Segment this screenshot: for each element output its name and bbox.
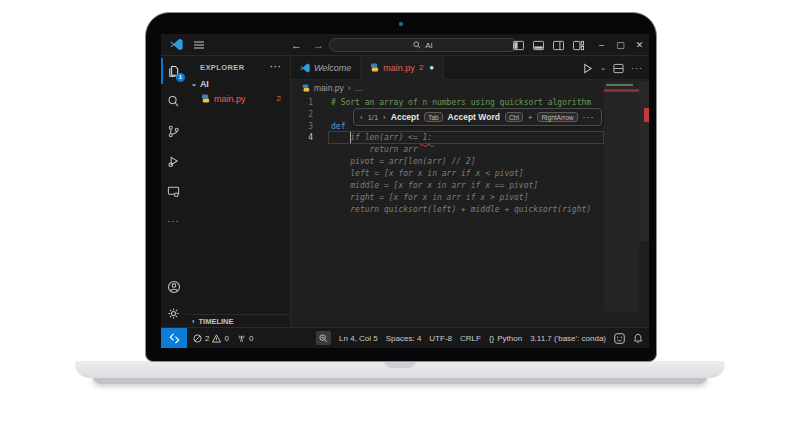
activity-explorer-button[interactable]: 1 [161,56,186,86]
braces-icon: {} [489,334,494,343]
notifications-bell-icon[interactable] [633,333,643,344]
overview-ruler-error-marker [644,108,649,122]
nav-forward-button[interactable]: → [313,39,324,51]
activity-run-debug-button[interactable] [161,146,186,176]
python-file-icon [370,63,379,72]
split-editor-icon[interactable] [613,63,624,74]
interpreter-status[interactable]: 3.11.7 ('base': conda) [530,334,606,343]
breadcrumb-more: … [355,83,364,93]
title-bar: ← → AI – ▢ ✕ [161,34,649,56]
remote-explorer-icon [167,185,180,198]
menu-hamburger-icon[interactable] [194,41,204,49]
error-count: 2 [205,334,209,343]
warning-count: 0 [224,334,228,343]
line-number-current: 4 [291,132,313,144]
ghost-suggestion-line: return arr [331,144,418,156]
suggestion-next-button[interactable]: › [383,113,386,122]
encoding-status[interactable]: UTF-8 [429,334,452,343]
indentation-status[interactable]: Spaces: 4 [386,334,422,343]
ghost-suggestion-line: return quicksort(left) + middle + quicks… [331,204,591,216]
suggestion-more-button[interactable]: ··· [583,112,595,122]
search-icon [413,41,421,49]
python-file-icon [302,84,310,92]
dirty-indicator-dot[interactable]: ● [429,63,434,72]
run-button-icon[interactable] [582,63,593,74]
minimap-comment-mark [606,84,633,86]
line-number: 1 [291,97,313,109]
minimize-button[interactable]: – [592,40,611,50]
cursor-position-status[interactable]: Ln 4, Col 5 [339,334,378,343]
gear-icon [167,307,180,320]
layout-panel-icon[interactable] [533,40,544,51]
zoom-indicator[interactable] [316,331,331,345]
editor-more-actions[interactable]: ··· [631,63,643,73]
chevron-right-icon: › [192,317,195,326]
explorer-header-title: EXPLORER [200,63,244,72]
breadcrumb-file: main.py [314,83,344,93]
ports-status[interactable]: 0 [237,334,253,343]
activity-remote-explorer-button[interactable] [161,176,186,206]
tab-bar: Welcome main.py 2 ● ⌄ ··· [291,56,649,80]
page: ← → AI – ▢ ✕ [0,0,800,440]
rightarrow-keybinding-chip: RightArrow [537,112,577,122]
account-icon [167,280,181,294]
maximize-button[interactable]: ▢ [611,40,630,50]
breadcrumb[interactable]: main.py › … [291,80,649,95]
activity-search-button[interactable] [161,86,186,116]
activity-settings-button[interactable] [161,300,186,327]
tab-problems-badge: 2 [419,63,423,72]
code-area[interactable]: 1 2 3 4 # Sort an array of n numbers usi… [291,95,649,327]
error-icon [193,334,202,343]
chevron-down-icon: ⌄ [191,80,197,88]
activity-accounts-button[interactable] [161,273,186,300]
minimap-error-mark [604,89,639,92]
remote-indicator[interactable] [161,328,187,349]
minimap[interactable] [604,81,639,311]
activity-more-button[interactable]: ··· [161,206,186,236]
run-dropdown-chevron[interactable]: ⌄ [600,64,606,72]
suggestion-prev-button[interactable]: ‹ [360,113,363,122]
error-squiggle [420,143,434,147]
explorer-more-actions[interactable]: ··· [270,62,282,72]
nav-back-button[interactable]: ← [291,39,302,51]
close-button[interactable]: ✕ [630,40,649,50]
vscode-logo-icon [300,63,310,73]
scrollbar-thumb[interactable] [639,81,649,241]
folder-name: AI [200,79,209,89]
explorer-sidebar: EXPLORER ··· ⌄ AI main.py 2 › TIMELIN [186,56,291,327]
editor-scrollbar[interactable] [639,81,649,311]
tree-file-mainpy[interactable]: main.py 2 [186,91,290,106]
file-problems-badge: 2 [277,94,281,103]
accept-button[interactable]: Accept [391,112,419,122]
laptop-screen: ← → AI – ▢ ✕ [145,12,657,362]
run-debug-icon [167,155,180,168]
layout-sidebar-icon[interactable] [513,40,524,51]
activity-source-control-button[interactable] [161,116,186,146]
tab-welcome[interactable]: Welcome [291,56,361,79]
language-status[interactable]: {} Python [489,334,522,343]
tab-mainpy[interactable]: main.py 2 ● [361,56,444,80]
layout-customize-icon[interactable] [573,40,584,51]
feedback-smiley-icon[interactable] [614,333,625,344]
warning-icon [212,334,221,343]
editor-group: Welcome main.py 2 ● ⌄ ··· [291,56,649,327]
line-number: 2 [291,109,313,121]
status-bar: 2 0 0 Ln 4, Col 5 Spaces: 4 UTF-8 [161,327,649,348]
tab-keybinding-chip: Tab [424,112,442,122]
tree-folder-ai[interactable]: ⌄ AI [186,76,290,91]
vscode-logo-icon [170,38,183,51]
ghost-suggestion-line: right = [x for x in arr if x > pivot] [331,192,528,204]
accept-word-button[interactable]: Accept Word [448,112,500,122]
file-name: main.py [214,94,246,104]
eol-status[interactable]: CRLF [460,334,481,343]
language-name: Python [497,334,522,343]
python-file-icon [201,94,210,103]
timeline-section[interactable]: › TIMELINE [186,314,290,327]
layout-secondary-sidebar-icon[interactable] [553,40,564,51]
inline-suggestion-toolbar: ‹ 1/1 › Accept Tab Accept Word Ctrl + Ri… [353,108,602,126]
command-center-search[interactable]: AI [329,38,517,52]
problems-status[interactable]: 2 0 [193,334,229,343]
ghost-suggestion-line: middle = [x for x in arr if x == pivot] [331,180,538,192]
suggestion-counter: 1/1 [368,113,378,122]
tab-label: Welcome [314,63,351,73]
